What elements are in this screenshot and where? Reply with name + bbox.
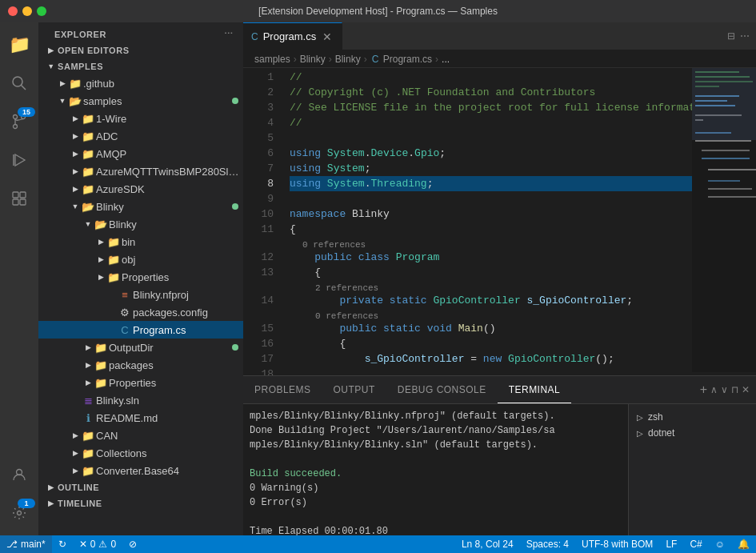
cs-tab-icon: C (251, 31, 258, 42)
status-errors[interactable]: ✕ 0 ⚠ 0 (73, 535, 122, 553)
tab-bar: C Program.cs ✕ ⊟ ⋯ (243, 22, 756, 50)
sidebar-item-program-cs[interactable]: ▶ C Program.cs (38, 321, 243, 339)
sidebar-item-blinky-nfproj[interactable]: ▶ ≡ Blinky.nfproj (38, 286, 243, 303)
sidebar-item-output-dir[interactable]: ▶ 📁 OutputDir (38, 339, 243, 356)
svg-point-0 (13, 77, 22, 86)
feedback-icon: ☺ (715, 539, 725, 550)
branch-icon: ⎇ (6, 539, 18, 550)
new-file-icon[interactable]: ⋯ (224, 29, 234, 39)
terminal-collapse-icon[interactable]: ∨ (721, 384, 728, 395)
svg-rect-8 (20, 192, 26, 198)
accounts-icon[interactable] (0, 455, 38, 494)
status-bell[interactable]: 🔔 (731, 535, 756, 553)
split-editor-icon[interactable]: ⊟ (727, 30, 735, 42)
code-line: using System.Device.Gpio; (290, 146, 692, 161)
code-content[interactable]: // // Copyright (c) .NET Foundation and … (283, 68, 692, 375)
status-line-col[interactable]: Ln 8, Col 24 (455, 535, 520, 553)
sidebar-item-blinky-sln[interactable]: ▶ ≣ Blinky.sln (38, 391, 243, 409)
svg-rect-24 (695, 140, 751, 142)
tab-problems[interactable]: PROBLEMS (243, 376, 322, 403)
minimize-button[interactable] (22, 6, 32, 16)
sidebar-item-can[interactable]: ▶ 📁 CAN (38, 427, 243, 444)
sidebar-item-adc[interactable]: ▶ 📁 ADC (38, 127, 243, 145)
code-editor[interactable]: 1 2 3 4 5 6 7 8 9 10 11 12 13 14 (243, 68, 692, 375)
terminal-split-icon[interactable]: ∧ (710, 384, 718, 395)
activity-bottom (0, 455, 38, 535)
status-line-ending[interactable]: LF (659, 535, 683, 553)
tab-program-cs[interactable]: C Program.cs ✕ (243, 22, 342, 50)
search-icon[interactable] (0, 64, 38, 102)
code-line: s_GpioController = new GpioController(); (290, 351, 692, 367)
sidebar-item-converter[interactable]: ▶ 📁 Converter.Base64 (38, 462, 243, 479)
tab-terminal[interactable]: TERMINAL (498, 376, 572, 403)
settings-icon[interactable] (0, 494, 38, 532)
status-language[interactable]: C# (683, 535, 708, 553)
folder-icon: 📁 (82, 429, 94, 442)
sidebar-item-collections[interactable]: ▶ 📁 Collections (38, 444, 243, 462)
terminal-line: mples/Blinky/Blinky/Blinky.nfproj" (defa… (250, 409, 622, 423)
terminal-close-icon[interactable]: ✕ (742, 384, 750, 395)
window-title: [Extension Development Host] - Program.c… (258, 6, 498, 17)
terminal-output[interactable]: mples/Blinky/Blinky/Blinky.nfproj" (defa… (243, 404, 628, 535)
terminal-line: Done Building Project "/Users/laurent/na… (250, 423, 622, 438)
close-button[interactable] (8, 6, 18, 16)
status-notification[interactable]: ⊘ (122, 535, 143, 553)
status-sync[interactable]: ↻ (52, 535, 73, 553)
status-encoding[interactable]: UTF-8 with BOM (575, 535, 659, 553)
sidebar-item-amqp[interactable]: ▶ 📁 AMQP (38, 145, 243, 162)
add-terminal-icon[interactable]: + (700, 383, 707, 397)
terminal-icon: ▷ (637, 413, 643, 422)
sidebar-item-1wire[interactable]: ▶ 📁 1-Wire (38, 110, 243, 127)
timeline-section[interactable]: ▶ TIMELINE (38, 495, 243, 511)
sidebar-item-obj[interactable]: ▶ 📁 obj (38, 250, 243, 268)
terminal-dotnet[interactable]: ▷ dotnet (629, 425, 756, 441)
sidebar-item-github[interactable]: ▶ 📁 .github (38, 74, 243, 92)
outline-label: OUTLINE (58, 483, 99, 492)
code-line: // (290, 115, 692, 130)
status-feedback[interactable]: ☺ (709, 535, 731, 553)
folder-open-icon: 📂 (94, 218, 107, 230)
error-icon: ✕ (79, 539, 87, 550)
folder-icon: 📁 (82, 165, 94, 178)
code-line: // Copyright (c) .NET Foundation and Con… (290, 85, 692, 100)
terminal-zsh[interactable]: ▷ zsh (629, 409, 756, 425)
sidebar-item-blinky-sub[interactable]: ▼ 📂 Blinky (38, 215, 243, 233)
sidebar-item-properties[interactable]: ▶ 📁 Properties (38, 268, 243, 286)
tab-close-button[interactable]: ✕ (321, 30, 334, 43)
sidebar-item-azure-mqtt[interactable]: ▶ 📁 AzureMQTTTwinsBMP280Sleep (38, 162, 243, 180)
more-actions-icon[interactable]: ⋯ (740, 30, 750, 42)
tab-debug-console[interactable]: DEBUG CONSOLE (386, 376, 498, 403)
open-editors-section[interactable]: ▶ OPEN EDITORS (38, 42, 243, 58)
svg-rect-7 (13, 192, 18, 198)
sidebar-item-readme[interactable]: ▶ ℹ README.md (38, 409, 243, 427)
samples-section[interactable]: ▼ SAMPLES (38, 58, 243, 74)
sidebar-item-packages[interactable]: ▶ 📁 packages (38, 356, 243, 374)
terminal-maximize-icon[interactable]: ⊓ (731, 384, 738, 395)
window-controls[interactable] (8, 6, 46, 16)
timeline-label: TIMELINE (58, 499, 102, 508)
sidebar-item-packages-config[interactable]: ▶ ⚙ packages.config (38, 303, 243, 321)
sidebar-item-samples[interactable]: ▼ 📂 samples (38, 92, 243, 110)
tab-output[interactable]: OUTPUT (322, 376, 386, 403)
source-control-icon[interactable] (0, 102, 38, 141)
folder-icon: 📁 (82, 112, 94, 125)
sidebar-item-azure-sdk[interactable]: ▶ 📁 AzureSDK (38, 180, 243, 198)
sidebar-item-bin[interactable]: ▶ 📁 bin (38, 233, 243, 250)
terminal-line (250, 452, 622, 467)
sidebar-item-blinky-folder[interactable]: ▼ 📂 Blinky (38, 198, 243, 215)
run-icon[interactable] (0, 141, 38, 179)
folder-icon: 📁 (107, 253, 120, 266)
sidebar-item-properties2[interactable]: ▶ 📁 Properties (38, 374, 243, 391)
extensions-icon[interactable] (0, 179, 38, 218)
outline-section[interactable]: ▶ OUTLINE (38, 479, 243, 495)
code-line: { (290, 222, 692, 237)
status-spaces[interactable]: Spaces: 4 (520, 535, 575, 553)
folder-icon: 📁 (94, 376, 107, 389)
code-line: using System.Threading; (290, 176, 692, 191)
folder-icon: 📁 (107, 270, 120, 283)
md-file-icon: ℹ (82, 411, 94, 424)
terminal-line (250, 510, 622, 524)
maximize-button[interactable] (37, 6, 46, 16)
status-branch[interactable]: ⎇ main* (0, 535, 52, 553)
files-icon[interactable]: 📁 (0, 26, 38, 64)
